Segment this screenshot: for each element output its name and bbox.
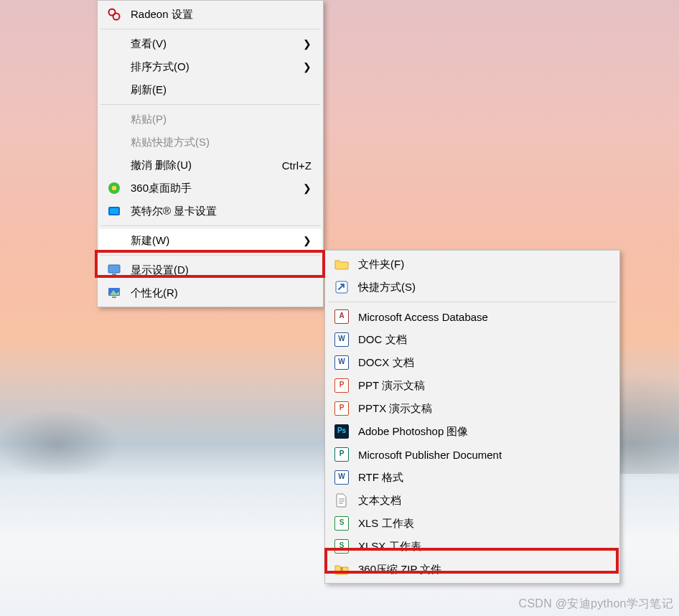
submenu-item-publisher[interactable]: P Microsoft Publisher Document [327,443,618,466]
submenu-item-xls[interactable]: S XLS 工作表 [327,512,618,535]
menu-item-new[interactable]: 新建(W) ❯ [99,229,322,252]
pptx-icon: P [334,401,350,416]
menu-item-display-settings[interactable]: 显示设置(D) [99,258,322,281]
publisher-icon: P [334,447,350,462]
menu-item-radeon-settings[interactable]: Radeon 设置 [99,3,322,26]
monitor-icon [106,262,122,278]
menu-label: PPT 演示文稿 [358,379,608,393]
menu-label: DOCX 文档 [358,356,608,370]
menu-label: Radeon 设置 [131,8,312,22]
photoshop-icon: Ps [334,424,350,439]
menu-divider [100,104,320,105]
menu-label: XLSX 工作表 [358,540,608,554]
word-docx-icon: W [334,355,350,370]
menu-label: DOC 文档 [358,333,608,347]
svg-rect-10 [112,297,116,298]
submenu-item-access-db[interactable]: A Microsoft Access Database [327,305,618,328]
chevron-right-icon: ❯ [303,39,312,49]
chevron-right-icon: ❯ [303,235,312,246]
menu-label: 查看(V) [131,37,287,51]
submenu-item-pptx[interactable]: P PPTX 演示文稿 [327,397,618,420]
submenu-item-zip[interactable]: 360压缩 ZIP 文件 [327,558,618,581]
menu-item-paste-shortcut: 粘贴快捷方式(S) [99,131,322,154]
menu-label: 英特尔® 显卡设置 [131,205,312,218]
submenu-item-txt[interactable]: 文本文档 [327,489,618,512]
menu-item-view[interactable]: 查看(V) ❯ [99,32,322,55]
radeon-icon [106,6,122,22]
new-submenu: 文件夹(F) 快捷方式(S) A Microsoft Access Databa… [324,250,620,584]
submenu-item-folder[interactable]: 文件夹(F) [327,253,618,276]
submenu-item-docx[interactable]: W DOCX 文档 [327,351,618,374]
svg-rect-6 [108,265,120,273]
menu-label: 粘贴(P) [131,113,312,126]
personalize-icon [106,285,122,301]
svg-rect-5 [110,208,118,214]
menu-label: PPTX 演示文稿 [358,402,608,416]
submenu-item-photoshop[interactable]: Ps Adobe Photoshop 图像 [327,420,618,443]
xlsx-icon: S [334,538,350,554]
zip-icon [334,561,350,577]
svg-point-1 [113,14,120,20]
menu-divider [100,225,320,226]
access-icon: A [334,309,350,325]
menu-item-personalize[interactable]: 个性化(R) [99,281,322,304]
shortcut-icon [334,279,350,295]
menu-label: Microsoft Publisher Document [358,449,608,461]
submenu-item-shortcut[interactable]: 快捷方式(S) [327,276,618,299]
submenu-item-xlsx[interactable]: S XLSX 工作表 [327,535,618,558]
ppt-icon: P [334,378,350,393]
menu-label: RTF 格式 [358,471,608,485]
menu-label: 撤消 删除(U) [131,159,261,172]
menu-item-undo-delete[interactable]: 撤消 删除(U) Ctrl+Z [99,154,322,177]
menu-label: Microsoft Access Database [358,311,608,323]
menu-label: 新建(W) [131,234,287,248]
submenu-item-doc[interactable]: W DOC 文档 [327,328,618,351]
submenu-item-ppt[interactable]: P PPT 演示文稿 [327,374,618,397]
svg-point-3 [112,186,116,190]
menu-item-sort-by[interactable]: 排序方式(O) ❯ [99,55,322,78]
menu-label: 显示设置(D) [131,263,312,277]
menu-label: 360桌面助手 [131,182,287,195]
menu-item-paste: 粘贴(P) [99,108,322,131]
menu-item-refresh[interactable]: 刷新(E) [99,78,322,101]
intel-icon [106,203,122,219]
folder-icon [334,256,350,272]
svg-rect-7 [112,274,116,275]
chevron-right-icon: ❯ [303,62,312,72]
desktop-context-menu: Radeon 设置 查看(V) ❯ 排序方式(O) ❯ 刷新(E) 粘贴(P) … [97,0,324,307]
menu-accelerator: Ctrl+Z [282,159,312,172]
menu-item-360-desktop-helper[interactable]: 360桌面助手 ❯ [99,177,322,200]
submenu-item-rtf[interactable]: W RTF 格式 [327,466,618,489]
xls-icon: S [334,515,350,531]
rtf-icon: W [334,470,350,485]
menu-label: Adobe Photoshop 图像 [358,425,608,439]
text-file-icon [334,493,350,508]
menu-item-intel-graphics[interactable]: 英特尔® 显卡设置 [99,200,322,223]
menu-label: 文本文档 [358,494,608,508]
menu-label: 360压缩 ZIP 文件 [358,563,608,577]
menu-label: 个性化(R) [131,286,312,300]
menu-divider [100,255,320,256]
menu-label: XLS 工作表 [358,517,608,531]
chevron-right-icon: ❯ [303,183,312,193]
word-doc-icon: W [334,332,350,347]
menu-label: 快捷方式(S) [358,281,608,294]
360-icon [106,180,122,196]
menu-label: 刷新(E) [131,83,312,97]
menu-label: 粘贴快捷方式(S) [131,136,312,149]
menu-divider [100,29,320,29]
menu-label: 排序方式(O) [131,60,287,74]
menu-divider [328,302,617,302]
menu-label: 文件夹(F) [358,258,608,271]
svg-rect-12 [341,567,343,574]
